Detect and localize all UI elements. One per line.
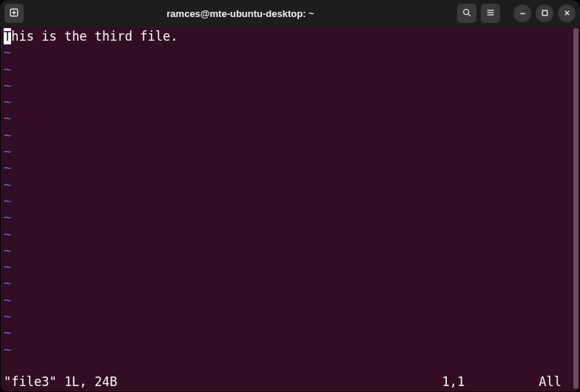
empty-line-tilde: ~ — [4, 342, 11, 357]
empty-line-tilde: ~ — [4, 78, 11, 93]
status-cursor-position: 1,1 — [442, 374, 465, 390]
empty-line-tilde: ~ — [4, 293, 11, 308]
empty-line-tilde: ~ — [4, 227, 11, 242]
empty-line-tilde: ~ — [4, 194, 11, 209]
svg-line-4 — [468, 13, 471, 16]
editor-buffer: This is the third file. ~ ~ ~ ~ ~ ~ ~ ~ … — [4, 28, 576, 374]
empty-line-tilde: ~ — [4, 309, 11, 324]
close-button[interactable] — [558, 4, 576, 22]
svg-point-3 — [464, 9, 469, 14]
empty-line-tilde: ~ — [4, 260, 11, 274]
empty-line-tilde: ~ — [4, 325, 11, 340]
empty-line-tilde: ~ — [4, 144, 11, 159]
empty-line-tilde: ~ — [4, 111, 11, 126]
empty-line-tilde: ~ — [4, 276, 11, 291]
status-view: All — [539, 374, 562, 390]
minimize-icon — [519, 8, 527, 19]
new-tab-button[interactable] — [4, 4, 24, 23]
hamburger-icon — [485, 7, 496, 20]
scrollbar[interactable] — [573, 28, 579, 389]
file-content-line: This is the third file. — [4, 29, 178, 44]
empty-line-tilde: ~ — [4, 128, 11, 143]
maximize-button[interactable] — [536, 4, 553, 22]
status-file-info: "file3" 1L, 24B — [4, 374, 118, 390]
minimize-button[interactable] — [513, 4, 531, 22]
search-icon — [462, 7, 472, 20]
line-text: his is the third file. — [11, 29, 178, 44]
new-tab-icon — [9, 7, 19, 20]
empty-line-tilde: ~ — [4, 210, 11, 225]
maximize-icon — [541, 8, 549, 19]
menu-button[interactable] — [481, 4, 500, 23]
svg-rect-9 — [542, 10, 547, 15]
close-icon — [563, 8, 571, 19]
terminal-viewport[interactable]: This is the third file. ~ ~ ~ ~ ~ ~ ~ ~ … — [0, 27, 580, 392]
status-line: "file3" 1L, 24B 1,1 All — [4, 374, 576, 391]
empty-line-tilde: ~ — [4, 95, 11, 109]
terminal-window: ramces@mte-ubuntu-desktop: ~ — [0, 0, 580, 392]
search-button[interactable] — [457, 4, 476, 23]
empty-line-tilde: ~ — [4, 178, 11, 192]
window-title: ramces@mte-ubuntu-desktop: ~ — [24, 8, 457, 19]
empty-line-tilde: ~ — [4, 62, 11, 77]
titlebar: ramces@mte-ubuntu-desktop: ~ — [0, 0, 580, 27]
empty-line-tilde: ~ — [4, 45, 11, 60]
empty-line-tilde: ~ — [4, 243, 11, 258]
empty-line-tilde: ~ — [4, 160, 11, 175]
cursor: T — [4, 28, 11, 44]
